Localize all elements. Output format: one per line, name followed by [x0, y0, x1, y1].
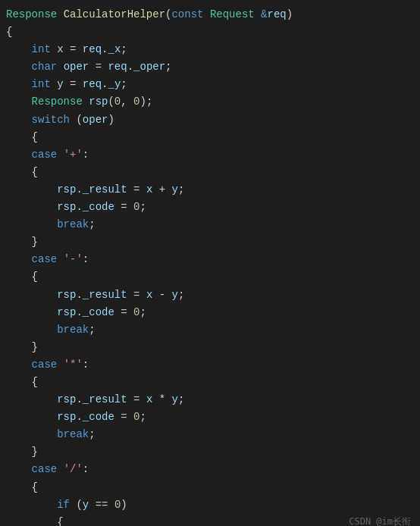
code-line-15: case '-':: [0, 251, 420, 268]
code-line-8: {: [0, 129, 420, 146]
code-line-11: rsp._result = x + y;: [0, 181, 420, 199]
code-line-6: Response rsp(0, 0);: [0, 93, 420, 111]
code-line-20: }: [0, 339, 420, 356]
code-line-16: {: [0, 268, 420, 286]
code-line-3: int x = req._x;: [0, 41, 420, 58]
code-line-14: }: [0, 233, 420, 251]
code-container: Response CalculatorHelper(const Request …: [0, 0, 420, 526]
code-line-19: break;: [0, 321, 420, 339]
code-line-7: switch (oper): [0, 111, 420, 129]
code-line-4: char oper = req._oper;: [0, 58, 420, 76]
code-line-5: int y = req._y;: [0, 76, 420, 93]
code-line-22: {: [0, 374, 420, 391]
code-line-17: rsp._result = x - y;: [0, 286, 420, 304]
code-line-21: case '*':: [0, 356, 420, 374]
code-line-23: rsp._result = x * y;: [0, 391, 420, 409]
code-line-13: break;: [0, 216, 420, 233]
code-line-24: rsp._code = 0;: [0, 409, 420, 426]
code-line-9: case '+':: [0, 146, 420, 164]
code-line-26: }: [0, 443, 420, 461]
code-line-29: if (y == 0): [0, 496, 420, 514]
code-line-27: case '/':: [0, 461, 420, 478]
code-line-18: rsp._code = 0;: [0, 304, 420, 321]
code-line-10: {: [0, 164, 420, 181]
code-line-2: {: [0, 23, 420, 41]
code-line-12: rsp._code = 0;: [0, 199, 420, 216]
watermark: CSDN @im长衔: [349, 515, 411, 526]
code-line-28: {: [0, 479, 420, 496]
code-line-25: break;: [0, 426, 420, 443]
code-line-1: Response CalculatorHelper(const Request …: [0, 6, 420, 23]
